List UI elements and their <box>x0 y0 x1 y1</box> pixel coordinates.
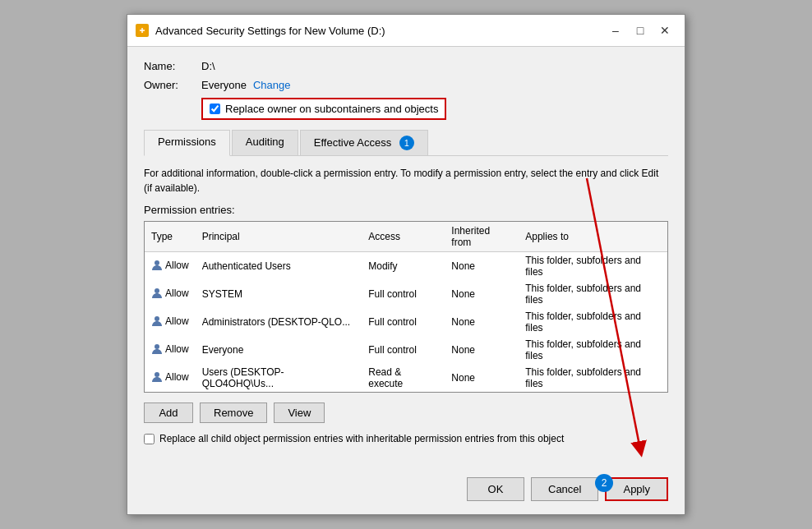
cell-principal: Administrators (DESKTOP-QLO... <box>196 308 362 336</box>
replace-child-row: Replace all child object permission entr… <box>144 433 668 444</box>
table-row[interactable]: Allow Everyone Full control None This fo… <box>145 336 667 364</box>
tab-badge-1: 1 <box>399 136 414 150</box>
cell-type: Allow <box>145 252 196 281</box>
replace-owner-label: Replace owner on subcontainers and objec… <box>225 103 438 115</box>
apply-button[interactable]: Apply <box>605 477 668 501</box>
maximize-button[interactable]: □ <box>629 21 652 39</box>
table-row[interactable]: Allow Administrators (DESKTOP-QLO... Ful… <box>145 308 667 336</box>
replace-owner-checkbox[interactable] <box>210 104 220 114</box>
owner-value: Everyone <box>201 79 247 91</box>
window-controls: – □ ✕ <box>604 21 676 39</box>
view-button[interactable]: View <box>274 402 325 423</box>
ok-button[interactable]: OK <box>467 477 524 501</box>
minimize-button[interactable]: – <box>604 21 627 39</box>
name-label: Name: <box>144 60 201 72</box>
change-owner-link[interactable]: Change <box>253 79 291 91</box>
name-row: Name: D:\ <box>144 60 668 72</box>
cell-inherited: None <box>445 252 519 281</box>
cell-access: Modify <box>362 252 445 281</box>
window-icon <box>136 24 149 37</box>
cell-principal: Users (DESKTOP-QLO4OHQ\Us... <box>196 364 362 392</box>
cell-access: Read & execute <box>362 364 445 392</box>
remove-button[interactable]: Remove <box>200 402 267 423</box>
cell-inherited: None <box>445 336 519 364</box>
dialog-footer: OK Cancel Apply <box>127 471 685 514</box>
replace-child-label: Replace all child object permission entr… <box>159 433 564 444</box>
owner-row: Owner: Everyone Change <box>144 79 668 91</box>
table-row[interactable]: Allow Authenticated Users Modify None Th… <box>145 252 667 281</box>
tab-effective-access[interactable]: Effective Access 1 <box>300 130 428 155</box>
cell-principal: SYSTEM <box>196 280 362 308</box>
col-type: Type <box>145 222 196 252</box>
cell-inherited: None <box>445 364 519 392</box>
add-button[interactable]: Add <box>144 402 193 423</box>
cell-access: Full control <box>362 280 445 308</box>
cell-type: Allow <box>145 336 196 364</box>
cell-applies: This folder, subfolders and files <box>519 364 667 392</box>
cell-inherited: None <box>445 308 519 336</box>
svg-point-5 <box>155 372 159 377</box>
cell-applies: This folder, subfolders and files <box>519 280 667 308</box>
col-principal: Principal <box>196 222 362 252</box>
col-inherited: Inherited from <box>445 222 519 252</box>
permissions-table: Type Principal Access Inherited from App… <box>145 222 667 392</box>
cell-applies: This folder, subfolders and files <box>519 252 667 281</box>
title-bar: Advanced Security Settings for New Volum… <box>127 15 685 47</box>
cell-type: Allow <box>145 280 196 308</box>
close-button[interactable]: ✕ <box>653 21 676 39</box>
permissions-table-container: Type Principal Access Inherited from App… <box>144 221 668 393</box>
table-row[interactable]: Allow Users (DESKTOP-QLO4OHQ\Us... Read … <box>145 364 667 392</box>
cell-access: Full control <box>362 336 445 364</box>
cell-principal: Authenticated Users <box>196 252 362 281</box>
tab-auditing[interactable]: Auditing <box>232 130 298 155</box>
action-buttons: Add Remove View <box>144 402 668 423</box>
cell-applies: This folder, subfolders and files <box>519 308 667 336</box>
section-label: Permission entries: <box>144 204 668 216</box>
col-applies: Applies to <box>519 222 667 252</box>
cell-type: Allow <box>145 308 196 336</box>
tab-permissions[interactable]: Permissions <box>144 130 230 156</box>
cell-inherited: None <box>445 280 519 308</box>
table-row[interactable]: Allow SYSTEM Full control None This fold… <box>145 280 667 308</box>
col-access: Access <box>362 222 445 252</box>
cancel-button[interactable]: Cancel <box>531 477 598 501</box>
tab-bar: Permissions Auditing Effective Access 1 <box>144 130 668 156</box>
cell-applies: This folder, subfolders and files <box>519 336 667 364</box>
replace-owner-row: Replace owner on subcontainers and objec… <box>201 98 446 120</box>
owner-label: Owner: <box>144 79 201 91</box>
svg-point-4 <box>155 344 159 349</box>
window-title: Advanced Security Settings for New Volum… <box>155 25 604 37</box>
replace-child-checkbox[interactable] <box>144 434 155 444</box>
cell-access: Full control <box>362 308 445 336</box>
table-header: Type Principal Access Inherited from App… <box>145 222 667 252</box>
main-content: Name: D:\ Owner: Everyone Change Replace… <box>127 47 685 471</box>
svg-point-1 <box>155 260 159 265</box>
svg-point-2 <box>155 288 159 293</box>
svg-point-3 <box>155 316 159 321</box>
info-text: For additional information, double-click… <box>144 166 668 196</box>
cell-type: Allow <box>145 364 196 392</box>
cell-principal: Everyone <box>196 336 362 364</box>
name-value: D:\ <box>201 60 215 72</box>
